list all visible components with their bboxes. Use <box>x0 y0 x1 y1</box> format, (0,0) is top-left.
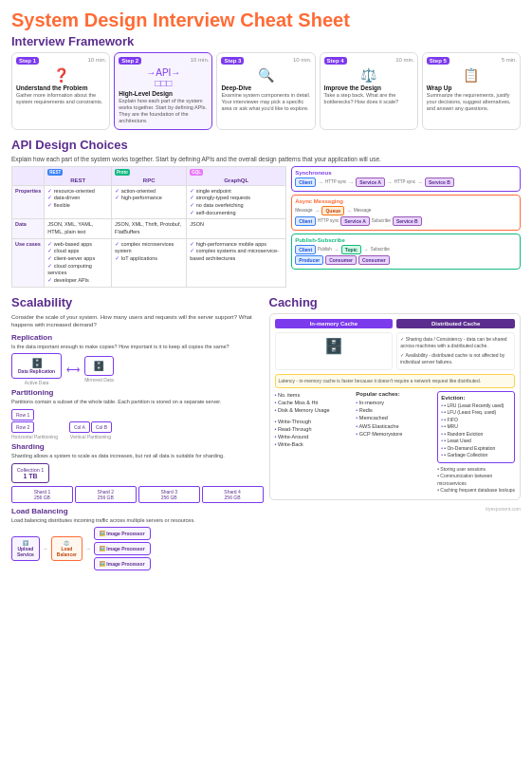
api-table: REST REST Proto RPC GQL GraphQL <box>11 166 286 288</box>
pubsub-publish-label: Publish <box>318 247 332 252</box>
eviction-gc: • Garbage Collection <box>441 452 511 459</box>
api-table-wrap: REST REST Proto RPC GQL GraphQL <box>11 166 286 288</box>
active-data-group: 🗄️ Data Replication Active Data <box>11 353 62 385</box>
async-diagram: Async Messaging Message → Queue → Messag… <box>291 195 521 231</box>
step-3-card: Step 3 10 min. 🔍 Deep-Dive Examine syste… <box>216 52 315 130</box>
lb-processor-2: 🖼️ Image Processor <box>94 542 151 555</box>
scalability-col: Scalability Consider the scale of your s… <box>11 295 264 574</box>
write-through: Write-Through <box>275 418 353 425</box>
sharding-title: Sharding <box>11 442 264 451</box>
replication-desc: Is the data important enough to make cop… <box>11 344 264 351</box>
caching-col: Caching In-memory Cache Distributed Cach… <box>269 295 522 574</box>
eviction-least-used: • Least Used <box>441 438 511 445</box>
lb-arrow2: → <box>85 546 91 551</box>
sharding-desc: Sharding allows a system to scale as dat… <box>11 453 264 460</box>
h-partition-group: Row 1 Row 2 Horizontal Partitioning <box>11 409 58 439</box>
partitioning-title: Partitioning <box>11 388 264 397</box>
async-message1-label: Message <box>295 208 312 213</box>
sync-arrow-label2: HTTP sync <box>394 179 415 184</box>
in-memory-icon: 🗄️ <box>275 332 394 370</box>
lb-upload-box: ⬆️UploadService <box>11 536 40 561</box>
api-col-rest: REST REST <box>45 166 112 185</box>
lb-box: ⚖️LoadBalancer <box>51 536 83 561</box>
lb-processor-1: 🖼️ Image Processor <box>94 527 151 540</box>
data-replication-label: Data Replication <box>18 368 55 374</box>
use-case-communication: • Communication between microservices <box>437 473 515 487</box>
pubsub-client: Client <box>295 245 316 254</box>
lb-arrow1: → <box>43 546 48 551</box>
step-2-title: High-Level Design <box>119 90 208 97</box>
title-part2: Cheat Sheet <box>240 9 350 30</box>
step-2-time: 10 min. <box>191 57 210 63</box>
pubsub-consumer2: Consumer <box>358 255 390 265</box>
async-client: Client <box>295 216 316 226</box>
step-5-label: Step 5 <box>427 57 449 65</box>
caching-bottom: No. items Cache Miss & Hit Disk & Memory… <box>275 391 516 495</box>
h-partition-label: Horizontal Partitioning <box>11 434 58 439</box>
cache-elasticache: AWS Elasticache <box>356 422 433 430</box>
api-col-graphql: GQL GraphQL <box>187 166 286 185</box>
sync-label: Synchronous <box>295 170 517 176</box>
lb-processor-3: 🖼️ Image Processor <box>94 557 151 570</box>
step-2-desc: Explain how each part of the system work… <box>119 98 208 125</box>
partitioning-diagram: Row 1 Row 2 Horizontal Partitioning Col … <box>11 409 264 439</box>
sync-arrow1: → <box>318 179 323 185</box>
lb-upload-group: ⬆️UploadService <box>11 536 40 561</box>
async-queue: Queue <box>321 206 344 215</box>
shard-1: Shard 1256 GB <box>11 486 73 503</box>
use-cases-col: • Storing user sessions • Communication … <box>437 466 515 495</box>
api-content: REST REST Proto RPC GQL GraphQL <box>11 166 521 288</box>
async-row1: Message → Queue → Message <box>295 206 517 215</box>
pubsub-topic: Topic <box>341 245 361 254</box>
sharing-note: ✓ Sharing data / Consistency - data can … <box>400 336 511 350</box>
eviction-lru: • LRU (Least Recently used) <box>441 402 511 410</box>
api-graphql-properties: single endpoint strongly-typed requests … <box>187 185 286 219</box>
cache-in-memory: In-memory <box>356 399 433 406</box>
caching-icons-grid: 🗄️ ✓ Sharing data / Consistency - data c… <box>275 332 516 370</box>
sharding-diagram: Collection 1 1 TB Shard 1256 GB Shard 22… <box>11 463 264 503</box>
replication-diagram: 🗄️ Data Replication Active Data ⟷ 🗄️ Mir… <box>11 353 264 385</box>
step-4-desc: Take a step back. What are the bottlenec… <box>324 92 413 105</box>
pubsub-diagram: Publish-Subscribe Client Publish → Topic… <box>291 234 521 270</box>
sync-client: Client <box>295 177 316 187</box>
latency-note: Latency - in-memory cache is faster beca… <box>275 374 516 388</box>
pubsub-subscribe-label: Subscribe <box>371 247 390 252</box>
step-3-desc: Examine system components in detail. You… <box>221 92 310 112</box>
api-rpc-properties: action-oriented high-performance <box>112 185 187 219</box>
shard-4: Shard 4256 GB <box>202 486 264 503</box>
api-diagrams: Synchronous Client → HTTP sync → Service… <box>291 166 521 288</box>
step-5-icon: 📋 <box>427 67 516 83</box>
eviction-title: Eviction: <box>441 395 511 401</box>
mirrored-data-label: Mirrored Data <box>84 377 114 383</box>
pubsub-row1: Client Publish → Topic → Subscribe <box>295 245 517 254</box>
step-4-icon: ⚖️ <box>324 67 413 83</box>
partitioning-desc: Partitions contain a subset of the whole… <box>11 399 264 406</box>
eviction-on-demand: • On-Demand Expiration <box>441 445 511 453</box>
sync-serviceB: Service B <box>425 177 454 187</box>
sync-serviceA: Service A <box>356 177 385 187</box>
popular-caches-col: Popular caches: In-memory Redis Memcache… <box>356 391 433 495</box>
async-row2: Client HTTP sync Service A Subscribe Ser… <box>295 216 517 226</box>
write-around: Write-Around <box>275 433 353 440</box>
step-3-title: Deep-Dive <box>221 84 310 91</box>
caching-grid: In-memory Cache Distributed Cache <box>275 319 516 328</box>
cache-policies: Write-Through Read-Through Write-Around … <box>275 418 353 449</box>
api-graphql-usecases: high-performance mobile apps complex sys… <box>187 238 286 287</box>
api-subtitle: Explain how each part of the system work… <box>11 156 521 162</box>
shard-boxes: Shard 1256 GB Shard 2256 GB Shard 3256 G… <box>11 486 264 503</box>
popular-caches-title: Popular caches: <box>356 391 433 397</box>
v-partition-group: Col A Col B Vertical Partitioning <box>69 421 112 439</box>
page: System Design Interview Cheat Sheet Inte… <box>0 0 532 583</box>
api-col-empty <box>12 166 45 185</box>
api-graphql-data: JSON <box>187 219 286 238</box>
lb-processors-group: 🖼️ Image Processor 🖼️ Image Processor 🖼️… <box>94 527 151 570</box>
scalability-title: Scalability <box>11 295 264 309</box>
framework-section: Interview Framework Step 1 10 min. ❓ Und… <box>11 34 521 130</box>
async-label: Async Messaging <box>295 198 517 204</box>
shard-3: Shard 3256 GB <box>138 486 200 503</box>
api-row-usecases: Use cases web-based apps cloud apps clie… <box>12 238 286 287</box>
sync-arrow-label1: HTTP sync <box>325 179 346 184</box>
api-rpc-data: JSON, XML, Thrift, Protobuf, FlatBuffers <box>112 219 187 238</box>
replication-title: Replication <box>11 333 264 342</box>
pubsub-arrow1: → <box>334 247 339 252</box>
